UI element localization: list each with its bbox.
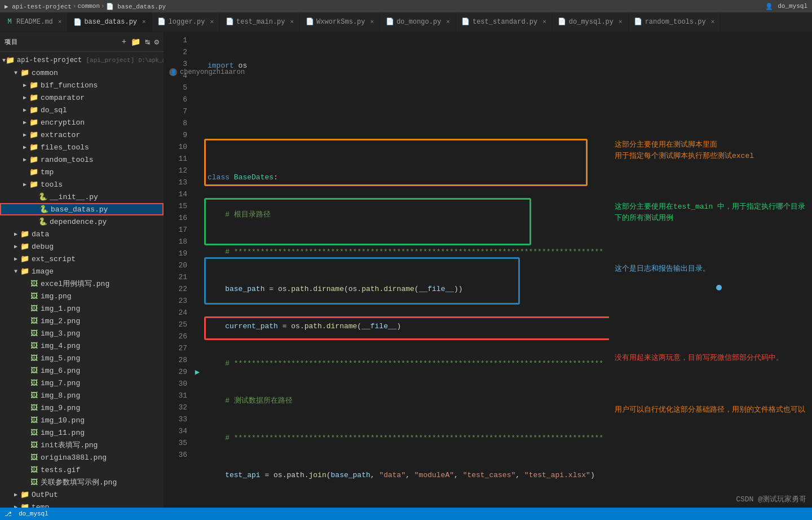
tab-wxwork[interactable]: 📄 WxworkSms.py ×: [300, 12, 380, 32]
tab-logger-icon: 📄: [158, 18, 166, 26]
sidebar-item-comparator[interactable]: ▶ 📁 comparator: [0, 91, 164, 104]
sidebar-item-excel-img[interactable]: 🖼 excel用例填写.png: [0, 277, 164, 290]
tab-do-mongo-close[interactable]: ×: [446, 19, 450, 25]
sidebar-item-extractor[interactable]: ▶ 📁 extractor: [0, 129, 164, 141]
tab-test-main[interactable]: 📄 test_main.py ×: [220, 12, 300, 32]
code-content[interactable]: import os class BaseDates: # 根目录路径 # ***…: [203, 32, 609, 520]
tab-base-datas-close[interactable]: ×: [142, 19, 146, 25]
do-sql-label: do_sql: [41, 106, 67, 114]
tab-random-tools[interactable]: 📄 random_tools.py ×: [629, 12, 721, 32]
sidebar-item-img8[interactable]: 🖼 img_8.png: [0, 389, 164, 402]
sidebar-item-img7[interactable]: 🖼 img_7.png: [0, 377, 164, 389]
sidebar-item-image[interactable]: ▼ 📁 image: [0, 265, 164, 277]
tab-do-mysql[interactable]: 📄 do_mysql.py ×: [553, 12, 629, 32]
sidebar-item-encryption[interactable]: ▶ 📁 encryption: [0, 116, 164, 129]
breadcrumb: ▶ api-test-project › common › 📄 base_dat…: [5, 3, 166, 10]
code-line-5: # 根目录路径: [208, 209, 609, 221]
tab-test-main-close[interactable]: ×: [290, 19, 294, 25]
code-line-2: [208, 97, 609, 109]
sidebar-item-data[interactable]: ▶ 📁 data: [0, 228, 164, 240]
run-arrow-icon[interactable]: ▶: [192, 366, 203, 378]
tests-gif-icon: 🖼: [29, 466, 38, 474]
tools-folder-icon: 📁: [29, 180, 38, 189]
sidebar-item-init-py[interactable]: 🐍 __init__.py: [0, 191, 164, 203]
random-tools-folder-icon: 📁: [29, 155, 38, 164]
git-branch-name: do_mysql: [19, 510, 48, 517]
image-label: image: [32, 267, 54, 276]
tab-readme-close[interactable]: ×: [58, 19, 62, 25]
sidebar-item-files-tools[interactable]: ▶ 📁 files_tools: [0, 141, 164, 153]
sidebar-item-do-sql[interactable]: ▶ 📁 do_sql: [0, 104, 164, 116]
sidebar-new-file-icon[interactable]: +: [122, 37, 126, 47]
files-tools-label: files_tools: [41, 143, 89, 152]
sidebar-item-tests-gif[interactable]: 🖼 tests.gif: [0, 464, 164, 476]
sidebar-item-base-datas[interactable]: 🐍 base_datas.py: [0, 203, 164, 215]
sidebar-item-ext-script[interactable]: ▶ 📁 ext_script: [0, 253, 164, 265]
sidebar-header: 项目 + 📁 ↹ ⚙: [0, 32, 164, 52]
tab-do-mongo-icon: 📄: [386, 18, 394, 26]
sidebar-item-bif-functions[interactable]: ▶ 📁 bif_functions: [0, 79, 164, 91]
sidebar-item-project[interactable]: ▼ 📁 api-test-project [api_project] D:\ap…: [0, 54, 164, 67]
assoc-icon: 🖼: [29, 478, 38, 487]
tab-test-standard-close[interactable]: ×: [542, 19, 546, 25]
sidebar-item-img10[interactable]: 🖼 img_10.png: [0, 414, 164, 426]
code-editor[interactable]: 1 2 3 4 5 6 7 8 9 10 11 12 13 14: [164, 32, 609, 520]
data-folder-icon: 📁: [20, 230, 29, 239]
tab-do-mysql-close[interactable]: ×: [619, 19, 623, 25]
sidebar-item-img4[interactable]: 🖼 img_4.png: [0, 340, 164, 352]
dependence-py-icon: 🐍: [38, 217, 47, 226]
sidebar-item-img3[interactable]: 🖼 img_3.png: [0, 327, 164, 340]
sidebar: 项目 + 📁 ↹ ⚙ ▼ 📁 api-test-project [api_pro…: [0, 32, 164, 520]
sidebar-collapse-icon[interactable]: ↹: [145, 37, 149, 47]
sidebar-item-output[interactable]: ▶ 📁 OutPut: [0, 488, 164, 501]
sidebar-settings-icon[interactable]: ⚙: [155, 37, 159, 47]
tab-base-datas[interactable]: 📄 base_datas.py ×: [68, 12, 152, 32]
sidebar-item-img9[interactable]: 🖼 img_9.png: [0, 402, 164, 414]
tab-wxwork-close[interactable]: ×: [370, 19, 374, 25]
encryption-folder-icon: 📁: [29, 118, 38, 127]
tab-logger[interactable]: 📄 logger.py ×: [152, 12, 220, 32]
img2-label: img_2.png: [41, 317, 80, 325]
tab-readme-label: README.md: [16, 18, 53, 26]
img9-label: img_9.png: [41, 404, 80, 412]
base-datas-py-label: base_datas.py: [51, 205, 108, 214]
bif-functions-label: bif_functions: [41, 81, 98, 90]
arrow-icon: ▶: [20, 107, 29, 113]
sidebar-item-tools[interactable]: ▶ 📁 tools: [0, 178, 164, 191]
sidebar-item-img11[interactable]: 🖼 img_11.png: [0, 426, 164, 439]
sidebar-item-common[interactable]: ▼ 📁 common: [0, 67, 164, 79]
sidebar-item-debug[interactable]: ▶ 📁 debug: [0, 240, 164, 253]
tools-label: tools: [41, 180, 63, 189]
tests-gif-label: tests.gif: [41, 466, 80, 474]
tab-do-mongo-label: do_mongo.py: [396, 18, 441, 26]
sidebar-item-tmp[interactable]: 📁 tmp: [0, 166, 164, 178]
comparator-folder-icon: 📁: [29, 93, 38, 102]
title-bar-user: do_mysql: [778, 3, 807, 10]
tab-readme[interactable]: M README.md ×: [0, 12, 68, 32]
extractor-label: extractor: [41, 131, 80, 139]
sidebar-item-img5[interactable]: 🖼 img_5.png: [0, 352, 164, 364]
sidebar-item-random-tools[interactable]: ▶ 📁 random_tools: [0, 153, 164, 166]
excel-img-label: excel用例填写.png: [41, 279, 109, 289]
sidebar-item-img[interactable]: 🖼 img.png: [0, 290, 164, 302]
tab-test-standard-label: test_standard.py: [473, 18, 537, 26]
tab-test-standard[interactable]: 📄 test_standard.py ×: [456, 12, 553, 32]
tab-random-tools-icon: 📄: [634, 18, 642, 26]
img3-icon: 🖼: [29, 329, 38, 338]
tab-test-main-label: test_main.py: [236, 18, 285, 26]
sidebar-item-init-table[interactable]: 🖼 init表填写.png: [0, 439, 164, 451]
sidebar-item-img2[interactable]: 🖼 img_2.png: [0, 315, 164, 327]
tab-random-tools-close[interactable]: ×: [711, 19, 715, 25]
sidebar-item-dependence[interactable]: 🐍 dependence.py: [0, 215, 164, 228]
callout-bottom: 用户可以自行优化这部分基础路径，用别的文件格式也可以: [615, 404, 805, 416]
sidebar-item-img1[interactable]: 🖼 img_1.png: [0, 302, 164, 315]
code-line-8: current_path = os.path.dirname(__file__): [208, 320, 609, 332]
tab-logger-close[interactable]: ×: [210, 19, 214, 25]
tab-do-mongo[interactable]: 📄 do_mongo.py ×: [380, 12, 456, 32]
img2-icon: 🖼: [29, 317, 38, 325]
sidebar-item-img6[interactable]: 🖼 img_6.png: [0, 364, 164, 377]
sidebar-item-assoc-example[interactable]: 🖼 关联参数填写示例.png: [0, 476, 164, 488]
sidebar-item-origina[interactable]: 🖼 origina388l.png: [0, 451, 164, 464]
img8-label: img_8.png: [41, 391, 80, 400]
sidebar-new-folder-icon[interactable]: 📁: [131, 37, 140, 47]
